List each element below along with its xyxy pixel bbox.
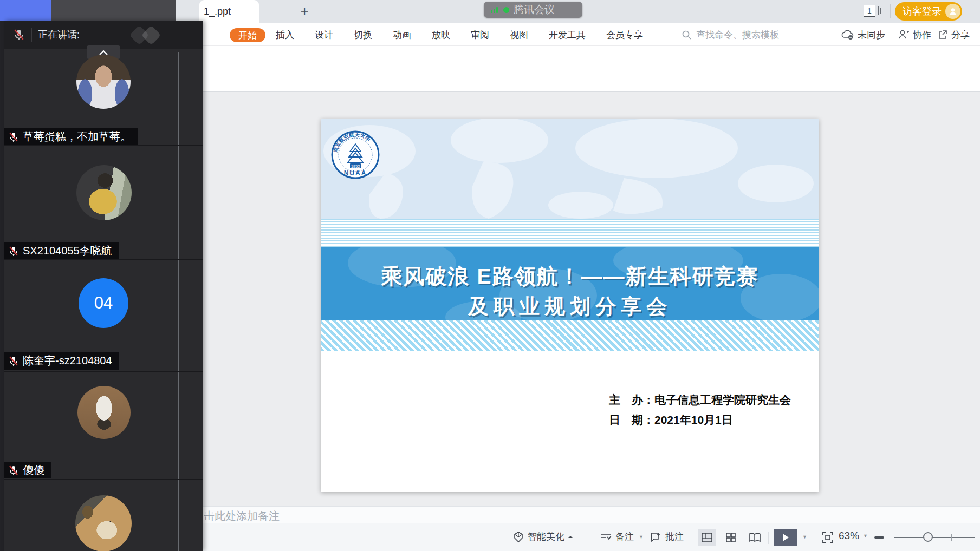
participant-illustration-avatar bbox=[77, 386, 131, 439]
divider bbox=[592, 532, 592, 544]
search-icon bbox=[682, 30, 692, 40]
slide-sorter-view-button[interactable] bbox=[722, 529, 740, 546]
slide-title-line2: 及职业规划分享会 bbox=[321, 293, 819, 320]
book-icon bbox=[748, 532, 761, 543]
avatar-number: 04 bbox=[94, 293, 113, 313]
ribbon-tab-review[interactable]: 审阅 bbox=[471, 29, 489, 41]
normal-view-icon bbox=[701, 532, 713, 543]
ribbon-tab-insert[interactable]: 插入 bbox=[276, 29, 294, 41]
mic-muted-icon bbox=[13, 29, 25, 41]
panel-scrollbar[interactable] bbox=[178, 52, 179, 551]
search-placeholder: 查找命令、搜索模板 bbox=[696, 29, 779, 41]
speaking-label: 正在讲话: bbox=[38, 28, 80, 41]
guest-login-button[interactable]: 访客登录 bbox=[895, 2, 962, 21]
zoom-slider-handle[interactable] bbox=[923, 532, 933, 542]
notes-toggle-button[interactable]: 备注 ▼ bbox=[599, 530, 644, 543]
ribbon-tab-animation[interactable]: 动画 bbox=[393, 29, 411, 41]
command-search[interactable]: 查找命令、搜索模板 bbox=[682, 23, 779, 46]
sync-label: 未同步 bbox=[858, 29, 885, 41]
normal-view-button[interactable] bbox=[698, 529, 716, 546]
divider bbox=[695, 532, 695, 544]
ribbon-tab-design[interactable]: 设计 bbox=[315, 29, 333, 41]
play-options-caret[interactable]: ▼ bbox=[802, 534, 807, 540]
participant-name-badge: 傻傻 bbox=[4, 462, 51, 478]
title-band: 乘风破浪 E路领航！——新生科研竞赛 及职业规划分享会 bbox=[321, 247, 819, 320]
window-count-badge: 1 bbox=[864, 5, 875, 17]
document-tab-title: 1_.ppt bbox=[204, 6, 231, 17]
mic-muted-icon bbox=[8, 246, 19, 257]
share-button[interactable]: 分享 bbox=[937, 23, 970, 46]
meeting-video-panel[interactable]: 正在讲话: 草莓蛋糕，不加草莓。 SX2104055李晓航 04 bbox=[4, 21, 203, 551]
smart-beautify-icon bbox=[512, 531, 524, 543]
tencent-meeting-pill[interactable]: 腾讯会议 bbox=[484, 2, 582, 18]
divider bbox=[890, 4, 891, 18]
new-tab-button[interactable]: + bbox=[296, 3, 313, 19]
signal-bars-icon bbox=[490, 6, 499, 14]
comments-label: 批注 bbox=[665, 530, 684, 543]
share-label: 分享 bbox=[951, 29, 970, 41]
participant-initials-avatar: 04 bbox=[79, 278, 128, 328]
participant-name: 傻傻 bbox=[23, 463, 44, 477]
reading-view-button[interactable] bbox=[745, 529, 764, 546]
notes-icon bbox=[599, 532, 612, 542]
logo-abbr: NUAA bbox=[344, 169, 367, 177]
ribbon-tab-devtools[interactable]: 开发工具 bbox=[549, 29, 586, 41]
comments-button[interactable]: 批注 bbox=[649, 530, 684, 543]
pinstripe-band bbox=[321, 219, 819, 247]
nuaa-logo: 南京航空航天大学 1952 NUAA bbox=[330, 130, 380, 180]
meeting-panel-header[interactable]: 正在讲话: bbox=[4, 21, 203, 49]
participant-name-badge: SX2104055李晓航 bbox=[4, 242, 119, 259]
notes-placeholder: 击此处添加备注 bbox=[204, 509, 280, 523]
guest-login-label: 访客登录 bbox=[903, 5, 942, 18]
notes-toggle-label: 备注 bbox=[615, 530, 634, 543]
play-slideshow-button[interactable] bbox=[774, 529, 797, 546]
document-tab[interactable]: 1_.ppt bbox=[199, 0, 259, 23]
grid-view-icon bbox=[725, 532, 736, 543]
ribbon-tab-slideshow[interactable]: 放映 bbox=[432, 29, 450, 41]
participant-name: 陈奎宇-sz2104804 bbox=[23, 353, 112, 368]
divider bbox=[768, 532, 769, 544]
zoom-slider-track[interactable] bbox=[894, 537, 975, 538]
ribbon-tab-home[interactable]: 开始 bbox=[230, 28, 265, 42]
sync-status-button[interactable]: 未同步 bbox=[841, 23, 885, 46]
ribbon-tab-transition[interactable]: 切换 bbox=[354, 29, 372, 41]
screen: 1_.ppt + 1 访客登录 开始 插入 设计 切换 动画 放映 审阅 视图 bbox=[0, 0, 980, 551]
window-count-button[interactable]: 1 bbox=[864, 5, 881, 17]
collaborate-button[interactable]: 协作 bbox=[898, 23, 931, 46]
mic-muted-icon bbox=[8, 356, 19, 366]
ribbon-tab-member[interactable]: 会员专享 bbox=[606, 29, 643, 41]
participant-video-avatar bbox=[75, 495, 132, 551]
mic-muted-icon bbox=[8, 132, 19, 142]
tile-divider bbox=[4, 371, 203, 372]
diagonal-stripe-band bbox=[321, 320, 819, 351]
slide-bottom-region: 主 办：电子信息工程学院研究生会 日 期：2021年10月1日 bbox=[321, 351, 819, 492]
background-window-titlebar bbox=[51, 0, 176, 22]
play-icon bbox=[782, 533, 789, 542]
participant-name: 草莓蛋糕，不加草莓。 bbox=[23, 129, 131, 144]
ribbon-tab-view[interactable]: 视图 bbox=[510, 29, 528, 41]
participant-name-badge: 草莓蛋糕，不加草莓。 bbox=[4, 128, 138, 145]
smart-beautify-button[interactable]: 智能美化 bbox=[512, 530, 573, 543]
zoom-out-button[interactable] bbox=[874, 536, 884, 539]
ribbon-tabs: 插入 设计 切换 动画 放映 审阅 视图 开发工具 会员专享 bbox=[276, 23, 643, 46]
zoom-level-control[interactable]: 63% ▼ bbox=[839, 530, 868, 542]
comment-icon bbox=[649, 532, 662, 542]
slide[interactable]: 南京航空航天大学 1952 NUAA 乘风破浪 bbox=[321, 119, 819, 492]
fit-screen-icon bbox=[821, 531, 834, 544]
wps-home-corner[interactable] bbox=[0, 0, 51, 23]
participant-video-avatar bbox=[76, 55, 131, 109]
share-icon bbox=[937, 29, 948, 40]
participant-name: SX2104055李晓航 bbox=[23, 244, 112, 258]
status-dot-icon bbox=[503, 7, 509, 13]
tile-divider bbox=[4, 479, 203, 480]
collaborate-person-icon bbox=[898, 29, 910, 40]
fit-to-window-button[interactable] bbox=[821, 531, 834, 544]
divider bbox=[31, 28, 32, 42]
zoom-level-value: 63% bbox=[839, 530, 859, 542]
cloud-unsynced-icon bbox=[841, 29, 854, 40]
avatar-icon bbox=[945, 4, 960, 19]
world-map-decoration bbox=[321, 119, 819, 219]
tencent-meeting-watermark-icon bbox=[128, 25, 171, 45]
slide-title-line1: 乘风破浪 E路领航！——新生科研竞赛 bbox=[321, 262, 819, 291]
participant-video-avatar bbox=[76, 165, 132, 220]
